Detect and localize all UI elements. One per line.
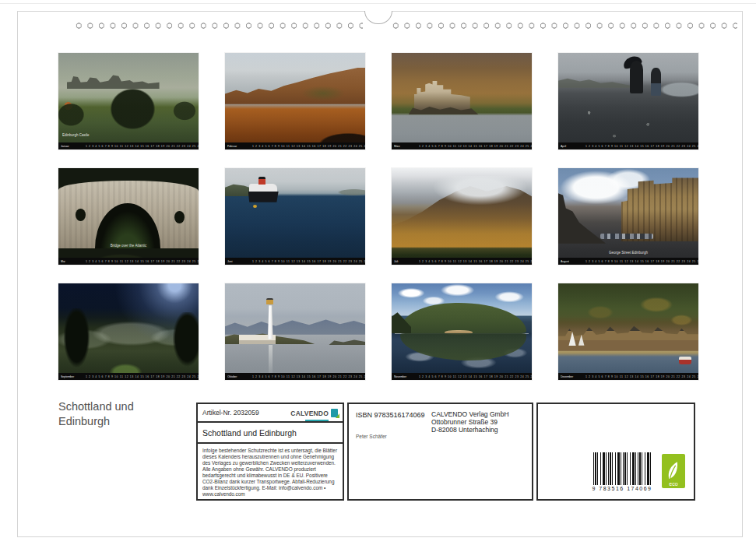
publisher-city: D-82008 Unterhaching: [431, 426, 509, 434]
hillside-shape: [225, 68, 365, 104]
photo-november-loch-reflection: November 1 2 3 4 5 6 7 8 9 10 11 12 13 1…: [392, 283, 532, 380]
photo-october-lismore-lighthouse: Oktober 1 2 3 4 5 6 7 8 9 10 11 12 13 14…: [225, 283, 365, 380]
days-row: 1 2 3 4 5 6 7 8 9 10 11 12 13 14 15 16 1…: [86, 375, 199, 378]
binding-holes-right: [390, 21, 737, 30]
month-label: März: [394, 145, 413, 148]
isbn-number: ISBN 9783516174069: [356, 411, 425, 419]
days-row: 1 2 3 4 5 6 7 8 9 10 11 12 13 14 15 16 1…: [585, 145, 698, 148]
product-info-box: Artikel-Nr. 2032059 CALVENDO Schottland …: [196, 403, 344, 501]
bridge-hole-shape: [174, 211, 185, 223]
publisher-street: Ottobrunner Straße 39: [431, 418, 509, 426]
tower-reflection: [269, 345, 273, 374]
houses-row-shape: [558, 324, 698, 351]
eco-leaf-icon: [666, 461, 680, 481]
article-number: Artikel-Nr. 2032059: [202, 409, 259, 417]
days-row: 1 2 3 4 5 6 7 8 9 10 11 12 13 14 15 16 1…: [419, 260, 532, 263]
month-label: Mai: [61, 260, 80, 263]
calvendo-wordmark-text: CALVENDO: [290, 410, 329, 417]
isbn-publisher-box: ISBN 9783516174069 CALVENDO Verlag GmbH …: [347, 403, 533, 501]
ferry-funnel: [258, 177, 265, 185]
days-row: 1 2 3 4 5 6 7 8 9 10 11 12 13 14 15 16 1…: [419, 145, 532, 148]
walker-silhouette: [630, 61, 643, 93]
month-label: Juli: [394, 260, 413, 263]
rocks-shape: [329, 337, 365, 345]
calendar-date-strip: Juli 1 2 3 4 5 6 7 8 9 10 11 12 13 14 15…: [392, 258, 532, 265]
bridge-hole-shape: [76, 209, 86, 221]
calendar-date-strip: Juni 1 2 3 4 5 6 7 8 9 10 11 12 13 14 15…: [225, 258, 365, 265]
barcode-box: 9 783516 174069 eco: [536, 403, 695, 501]
photo-july-mountain: Juli 1 2 3 4 5 6 7 8 9 10 11 12 13 14 15…: [392, 168, 532, 265]
cloud-shape: [434, 176, 526, 205]
calvendo-logo: CALVENDO: [290, 405, 338, 421]
ean-barcode: [593, 452, 651, 485]
bush-silhouette: [62, 308, 93, 372]
hill-shape: [400, 303, 526, 334]
bush-silhouette: [171, 312, 199, 370]
calendar-date-strip: August 1 2 3 4 5 6 7 8 9 10 11 12 13 14 …: [558, 258, 698, 265]
lighthouse-lamp: [266, 298, 273, 304]
calvendo-flag-icon: [331, 409, 338, 417]
photo-september-night-grasses: September 1 2 3 4 5 6 7 8 9 10 11 12 13 …: [58, 283, 199, 380]
barcode-digits: 9 783516 174069: [585, 486, 659, 491]
photo-caption: George Street Edinburgh: [576, 251, 681, 255]
publisher-address: CALVENDO Verlag GmbH Ottobrunner Straße …: [431, 410, 509, 434]
photo-december-oban-waterfront: Dezember 1 2 3 4 5 6 7 8 9 10 11 12 13 1…: [558, 283, 698, 380]
photo-march-duart-castle: März 1 2 3 4 5 6 7 8 9 10 11 12 13 14 15…: [392, 53, 532, 149]
month-label: Januar: [61, 145, 80, 148]
walker-silhouette: [651, 68, 661, 96]
calendar-date-strip: April 1 2 3 4 5 6 7 8 9 10 11 12 13 14 1…: [558, 142, 698, 149]
boat-shape: [679, 357, 691, 364]
days-row: 1 2 3 4 5 6 7 8 9 10 11 12 13 14 15 16 1…: [585, 260, 698, 263]
calendar-date-strip: Dezember 1 2 3 4 5 6 7 8 9 10 11 12 13 1…: [558, 373, 698, 380]
photo-april-rainy-beach-walkers: April 1 2 3 4 5 6 7 8 9 10 11 12 13 14 1…: [558, 53, 698, 149]
calendar-date-strip: März 1 2 3 4 5 6 7 8 9 10 11 12 13 14 15…: [392, 142, 532, 149]
article-row: Artikel-Nr. 2032059 CALVENDO: [198, 404, 343, 423]
binding-holes-left: [73, 21, 363, 30]
days-row: 1 2 3 4 5 6 7 8 9 10 11 12 13 14 15 16 1…: [86, 260, 199, 263]
cars-shape: [600, 234, 653, 239]
month-label: Juni: [227, 260, 247, 263]
legal-text: Infolge bestehender Schutzrechte ist es …: [198, 444, 343, 501]
buildings-shape: [621, 178, 698, 241]
eco-logo: eco: [662, 454, 685, 488]
mountain-ridge-shape: [225, 315, 365, 335]
castle-silhouette: [67, 72, 160, 89]
ferry-lifeboat-dot: [253, 205, 257, 208]
hill-reflection-shape: [400, 333, 526, 360]
days-row: 1 2 3 4 5 6 7 8 9 10 11 12 13 14 15 16 1…: [419, 375, 532, 378]
month-label: April: [561, 145, 580, 148]
month-label: Februar: [227, 145, 247, 148]
calendar-date-strip: Februar 1 2 3 4 5 6 7 8 9 10 11 12 13 14…: [225, 142, 365, 149]
photo-may-clachan-bridge: Bridge over the Atlantic Mai 1 2 3 4 5 6…: [58, 168, 199, 265]
month-label: November: [394, 375, 413, 378]
month-label: August: [561, 260, 580, 263]
days-row: 1 2 3 4 5 6 7 8 9 10 11 12 13 14 15 16 1…: [252, 375, 365, 378]
background-edge-line: [0, 3, 756, 4]
publisher-name: CALVENDO Verlag GmbH: [431, 410, 509, 418]
days-row: 1 2 3 4 5 6 7 8 9 10 11 12 13 14 15 16 1…: [252, 145, 365, 148]
month-label: September: [61, 375, 80, 378]
calendar-date-strip: September 1 2 3 4 5 6 7 8 9 10 11 12 13 …: [58, 373, 199, 380]
castle-shape: [414, 76, 470, 111]
photo-february-seaweed-bay: Februar 1 2 3 4 5 6 7 8 9 10 11 12 13 14…: [225, 53, 365, 149]
page-title: Schottland und Edinburgh: [58, 399, 175, 429]
photo-caption: Edinburgh Castle: [62, 134, 90, 138]
photo-caption: Bridge over the Atlantic: [76, 244, 181, 248]
calvendo-wordmark: CALVENDO: [290, 405, 329, 421]
month-label: Oktober: [227, 375, 247, 378]
photo-august-george-street: George Street Edinburgh August 1 2 3 4 5…: [558, 168, 698, 265]
calvendo-tagline-bar: [305, 420, 329, 421]
days-row: 1 2 3 4 5 6 7 8 9 10 11 12 13 14 15 16 1…: [585, 375, 698, 378]
calendar-date-strip: Oktober 1 2 3 4 5 6 7 8 9 10 11 12 13 14…: [225, 373, 365, 380]
headland-shape: [558, 76, 635, 88]
calendar-back-cover: { "product": { "title": "Schottland und …: [0, 0, 756, 545]
photo-june-ferry: Juni 1 2 3 4 5 6 7 8 9 10 11 12 13 14 15…: [225, 168, 365, 265]
ferry-hull: [248, 192, 279, 202]
calendar-date-strip: November 1 2 3 4 5 6 7 8 9 10 11 12 13 1…: [392, 373, 532, 380]
days-row: 1 2 3 4 5 6 7 8 9 10 11 12 13 14 15 16 1…: [86, 145, 199, 148]
month-label: Dezember: [561, 375, 580, 378]
author-name: Peter Schäfer: [356, 434, 387, 439]
photo-january-edinburgh-castle: Edinburgh Castle Januar 1 2 3 4 5 6 7 8 …: [58, 53, 199, 149]
calendar-date-strip: Januar 1 2 3 4 5 6 7 8 9 10 11 12 13 14 …: [58, 142, 199, 149]
eco-label: eco: [669, 481, 677, 487]
